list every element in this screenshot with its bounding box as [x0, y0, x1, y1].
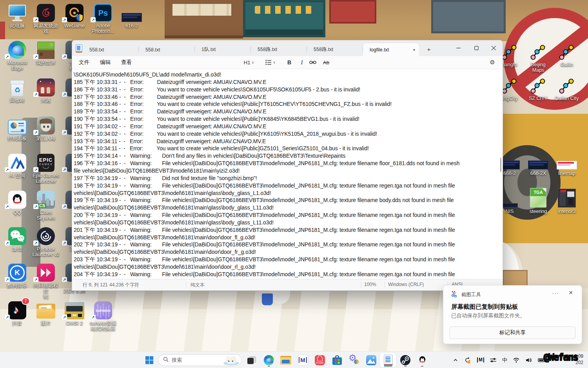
snipping-tool-notification[interactable]: 截图工具 ··· ✕ 屏幕截图已复制到剪贴板 已自动保存到屏幕截图文件夹。 标记… [443, 285, 582, 344]
notification-more-button[interactable]: ··· [552, 290, 559, 296]
editor-tab[interactable]: 558.txt [139, 43, 195, 56]
tab-label: 558.txt [89, 47, 104, 53]
ai-space-icon: ↗ [3, 152, 31, 172]
search-placeholder: 搜索 [172, 357, 220, 364]
desktop-icon[interactable]: CS↗Cities Skylines [32, 189, 60, 221]
desktop-icon[interactable]: linemap [553, 158, 581, 176]
insert-link-button[interactable] [307, 58, 318, 67]
desktop-icon[interactable]: ↗WeGame [60, 2, 89, 29]
desktop-icon[interactable]: 此电脑 [3, 2, 31, 29]
editor-tab-active[interactable]: logfile.txt• [363, 43, 419, 56]
vertical-scrollbar[interactable] [500, 158, 501, 172]
desktop-icon[interactable]: 控制面板 [3, 115, 31, 141]
settings-gear-icon[interactable]: ⚙ [487, 58, 498, 67]
status-zoom-level[interactable]: 100% [364, 282, 376, 287]
markup-share-button[interactable]: 标记和共享 [450, 326, 575, 339]
log-line: vehicles\[DaBiDou]GTQ6186BEVBT3\model\61… [74, 234, 459, 241]
log-line: \SOK6105UF5\model\6105UF5_DL\add model\m… [74, 71, 459, 78]
italic-button[interactable]: I [296, 58, 307, 67]
editor-tab[interactable]: 558.txt [83, 43, 139, 56]
status-line-endings[interactable]: Windows (CRLF) [388, 282, 424, 287]
clear-formatting-button[interactable]: Ab [321, 58, 332, 67]
editor-tab[interactable]: 558路.txt [251, 43, 307, 56]
desktop-icon[interactable]: ↗微信 [3, 226, 31, 252]
log-line: vehicles\[DaBiDou]GTQ6186BEVBT3\model\61… [74, 189, 459, 197]
log-line: 187 下午 10:33:46 - - Error: Dateizugriff … [74, 93, 459, 101]
desktop-icon[interactable]: EPICGAMES↗Epic Games Launcher [32, 152, 60, 184]
taskbar-photos-icon[interactable] [363, 353, 379, 367]
menu-file[interactable]: 文件 [75, 58, 93, 67]
taskbar-huawei-appgallery-icon[interactable]: HUAWEI [312, 353, 328, 367]
notification-body: 已自动保存到屏幕截图文件夹。 [451, 312, 525, 319]
notepad-app-icon [76, 44, 82, 53]
desktop-icon[interactable]: sunwoo↗sunwoo音频 格式转换器 [89, 300, 117, 332]
taskbar-marktext-icon[interactable]: M [295, 353, 311, 367]
taskbar-driver-tool-icon[interactable]: ⚙ [346, 353, 362, 367]
desktop-icon[interactable]: Ps↗Adobe Photosh... [89, 2, 117, 34]
desktop-icon[interactable]: ↗OMSI 2 [60, 300, 89, 326]
menu-edit[interactable]: 编辑 [96, 58, 114, 67]
taskbar-microsoft-store-icon[interactable] [329, 353, 345, 367]
desktop-icon[interactable]: interior3 [553, 187, 581, 214]
desktop-icon-label: 微信 [3, 246, 31, 252]
desktop-icon[interactable]: ↗AI 空间 [3, 152, 31, 179]
ime-chinese-icon[interactable]: 中 [502, 357, 507, 364]
taskbar-file-explorer-icon[interactable] [278, 353, 294, 367]
desktop-icon[interactable]: 625↗第五人格 [32, 115, 60, 141]
control-panel-icon [3, 115, 31, 135]
minimize-button[interactable] [449, 40, 467, 55]
audio-toggles-icon[interactable] [490, 357, 497, 363]
desktop-icon[interactable]: TGAsteering [524, 187, 552, 214]
new-tab-button[interactable]: + [424, 45, 434, 55]
editor-tab[interactable]: 1队.txt [195, 43, 251, 56]
update-sync-icon[interactable] [464, 357, 472, 364]
desktop-icon[interactable]: Guilin [553, 41, 581, 67]
status-separator [385, 282, 385, 288]
shortcut-arrow-icon: ↗ [62, 92, 67, 97]
desktop-icon[interactable]: ↗向日葵远程控 制 [32, 262, 60, 299]
maximize-button[interactable] [467, 40, 485, 55]
editor-content[interactable]: \SOK6105UF5\model\6105UF5_DL\add model\m… [72, 69, 503, 281]
taskbar-task-view-icon[interactable] [244, 353, 260, 367]
shortcut-arrow-icon: ↗ [62, 315, 67, 320]
tab-label: 558路.txt [258, 46, 277, 53]
desktop-icon[interactable]: ♻回收站 [3, 77, 31, 103]
desktop-icon[interactable]: SZ CITY [524, 77, 552, 101]
taskbar-microsoft-edge-icon[interactable] [261, 353, 277, 367]
desktop-icon[interactable]: ↗Paradox Launcher v2 [32, 226, 60, 257]
volume-icon[interactable] [525, 357, 532, 363]
start-button[interactable] [142, 353, 157, 367]
desktop-icon[interactable]: 616-2 [118, 2, 146, 29]
desktop-icon[interactable]: ↗网易发烧游戏 [32, 2, 60, 34]
taskbar-notepad-icon[interactable] [380, 353, 396, 367]
heading-style-button[interactable]: H1∨ [243, 58, 254, 67]
desktop-icon[interactable]: ↗QQ [3, 189, 31, 215]
desktop-icon[interactable]: K↗酷狗音乐 [3, 262, 31, 288]
ime-mode-m-icon[interactable]: M [477, 357, 484, 363]
taskbar-qq-icon[interactable] [414, 353, 430, 367]
bold-button[interactable]: B [284, 58, 295, 67]
desktop-icon[interactable]: Beijing Maps [524, 41, 552, 73]
wegame-icon: ↗ [60, 2, 89, 22]
desktop-icon[interactable]: ↗光遇 [32, 77, 60, 103]
desktop-icon[interactable]: ♪♪♪↗7抖音 [3, 300, 31, 326]
running-indicator [404, 366, 407, 367]
log-line: 199 下午 10:34:19 - - Warning: File vehicl… [74, 197, 459, 204]
omsi2-icon: ↗ [60, 300, 89, 319]
desktop-icon[interactable]: 图片 [32, 300, 60, 326]
hidden-icons-chevron-icon[interactable] [452, 357, 459, 363]
taskbar-steam-icon[interactable] [397, 353, 413, 367]
desktop-icon[interactable]: ↗Microsoft Edge [3, 39, 31, 71]
shortcut-arrow-icon: ↗ [33, 92, 38, 97]
close-button[interactable] [485, 40, 503, 55]
menu-view[interactable]: 查看 [118, 58, 135, 67]
notification-close-button[interactable]: ✕ [568, 290, 573, 296]
editor-tab[interactable]: 558路.txt [307, 43, 363, 56]
wifi-icon[interactable] [513, 357, 520, 363]
shortcut-arrow-icon: ↗ [62, 240, 67, 246]
desktop-icon[interactable]: 666-2X [524, 158, 552, 176]
search-input[interactable]: 搜索 [158, 354, 242, 366]
list-style-button[interactable]: ∨ [265, 58, 276, 67]
desktop-icon[interactable]: ↗我的世界 [32, 39, 60, 66]
desktop-icon[interactable]: Dalian City [553, 77, 581, 101]
